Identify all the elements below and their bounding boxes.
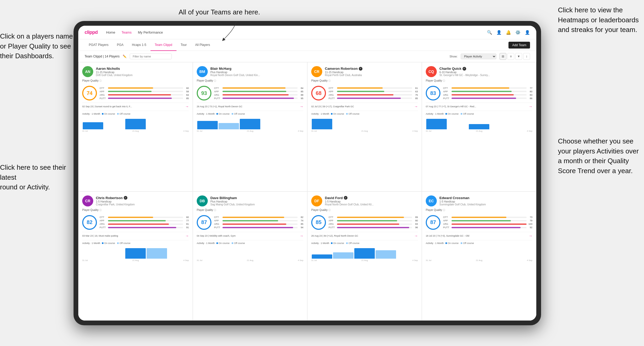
nav-home[interactable]: Home: [106, 29, 115, 35]
bar-row-ott: OTT 89: [329, 216, 418, 219]
search-icon[interactable]: 🔍: [487, 30, 492, 35]
quality-section[interactable]: 87 OTT 82 APP 74 ARG: [197, 215, 303, 230]
round-arrow-icon[interactable]: →: [185, 104, 189, 109]
top-nav: clippd Home Teams My Performance 🔍 👤 🔔 ⚙…: [78, 26, 536, 39]
activity-section: Activity · 1 Month On course Off course: [311, 111, 418, 132]
recent-round[interactable]: 26 Aug 23 | 73 (+1), Royal North Devon G…: [197, 103, 303, 109]
round-arrow-icon[interactable]: →: [300, 234, 303, 238]
player-name[interactable]: Aaron Nicholls: [96, 67, 189, 71]
sub-nav: PGAT Players PGA Hcaps 1-5 Team Clippd T…: [78, 39, 536, 51]
avatar-icon[interactable]: 👤: [525, 30, 530, 35]
player-name[interactable]: Dave Billingham: [210, 196, 303, 200]
nav-my-performance[interactable]: My Performance: [138, 29, 163, 35]
quality-section[interactable]: 82 OTT 60 APP 77 ARG: [82, 215, 189, 230]
chart-bar: [469, 124, 489, 129]
recent-round[interactable]: 26 Aug 23 | 84 (+12), Royal North Devon …: [311, 232, 418, 238]
recent-round[interactable]: 03 Mar 23 | 19, Must make putting →: [82, 232, 189, 238]
round-arrow-icon[interactable]: →: [300, 104, 303, 109]
player-name[interactable]: Edward Crossman: [439, 196, 532, 200]
quality-circle[interactable]: 93: [197, 86, 211, 100]
user-icon[interactable]: 👤: [496, 30, 502, 35]
player-name[interactable]: Charlie Quick ✓: [439, 67, 532, 71]
quality-label: Player Quality ⓘ: [426, 209, 532, 212]
player-name[interactable]: Cameron Robertson ✓: [325, 67, 418, 71]
recent-round[interactable]: 07 Aug 23 | 77 (+7), St George's Hill GC…: [426, 103, 532, 109]
round-arrow-icon[interactable]: →: [414, 104, 418, 109]
quality-circle[interactable]: 87: [426, 215, 440, 230]
show-select[interactable]: Player Activity Quality Score Trend: [461, 54, 496, 59]
add-team-button[interactable]: Add Team: [508, 42, 530, 49]
annotation-teams: All of your Teams are here.: [179, 7, 260, 17]
activity-title: Activity · 1 Month: [426, 113, 444, 115]
player-name[interactable]: Chris Robertson ✓: [96, 196, 189, 200]
quality-circle[interactable]: 87: [197, 215, 211, 230]
player-club: Royal North Devon Golf Club, United Kin.…: [210, 74, 303, 77]
quality-section[interactable]: 68 OTT 61 APP 63 ARG: [311, 86, 418, 100]
settings-icon[interactable]: ⚙️: [515, 30, 521, 35]
quality-circle[interactable]: 85: [311, 215, 326, 230]
chart-bar: [240, 119, 260, 129]
quality-section[interactable]: 93 OTT 84 APP 85 ARG: [197, 86, 303, 100]
bar-row-putt: PUTT 92: [443, 226, 532, 229]
nav-teams[interactable]: Teams: [122, 29, 132, 35]
verified-badge: ✓: [124, 196, 127, 200]
tab-all-players[interactable]: All Players: [191, 39, 214, 51]
quality-bars: OTT 84 APP 85 ARG 88 PU: [214, 87, 303, 100]
verified-badge: ✓: [463, 67, 466, 71]
quality-circle[interactable]: 74: [82, 86, 97, 100]
activity-header: Activity · 1 Month On course Off course: [426, 113, 532, 115]
legend-on-course: On course: [102, 113, 115, 115]
legend-off-course: Off course: [232, 242, 245, 244]
legend-on-course: On course: [216, 242, 230, 244]
round-arrow-icon[interactable]: →: [529, 104, 532, 109]
annotation-heatmaps: Click here to view theHeatmaps or leader…: [558, 5, 639, 35]
verified-badge: ✓: [344, 196, 347, 200]
activity-legend: On course Off course: [216, 113, 245, 115]
quality-section[interactable]: 85 OTT 89 APP 80 ARG: [311, 215, 418, 230]
activity-legend: On course Off course: [445, 242, 474, 244]
player-info: Chris Robertson ✓ 1-5 Handicap Craigmill…: [96, 196, 189, 206]
activity-chart: [311, 116, 418, 129]
edit-icon[interactable]: ✏️: [123, 55, 127, 58]
tab-hcaps[interactable]: Hcaps 1-5: [128, 39, 150, 51]
quality-circle[interactable]: 68: [311, 86, 326, 100]
sort-icon[interactable]: ↕: [523, 53, 530, 60]
activity-title: Activity · 1 Month: [197, 242, 215, 244]
recent-round[interactable]: 04 Sep 23 | Mobility with coach, Gym →: [197, 232, 303, 238]
player-name[interactable]: David Ford ✓: [325, 196, 418, 200]
bar-row-arg: ARG 83: [329, 223, 418, 225]
recent-round[interactable]: 02 Jul 23 | 59 (+17), Craigmillar Park G…: [311, 103, 418, 109]
tab-pgat-players[interactable]: PGAT Players: [85, 39, 113, 51]
quality-bars: OTT 82 APP 74 ARG 85 PU: [214, 216, 303, 229]
grid-view-icon[interactable]: ⊞: [500, 53, 506, 60]
round-arrow-icon[interactable]: →: [529, 234, 532, 238]
chart-bar: [312, 119, 332, 129]
filter-input[interactable]: [130, 54, 172, 59]
chart-bar: [376, 250, 396, 259]
quality-circle[interactable]: 83: [426, 86, 440, 100]
recent-round[interactable]: 02 Sep 23 | Sunset round to get back int…: [82, 103, 189, 109]
chart-labels: 31 Jul 21 Aug 4 Sep: [426, 130, 532, 132]
nav-links: Home Teams My Performance: [106, 29, 479, 35]
tablet-screen: clippd Home Teams My Performance 🔍 👤 🔔 ⚙…: [78, 26, 536, 321]
quality-section[interactable]: 83 OTT 77 APP 80 ARG: [426, 86, 532, 100]
player-header: CQ Charlie Quick ✓ 6-10 Handicap St. Geo…: [426, 66, 532, 77]
quality-label: Player Quality ⓘ: [82, 79, 189, 83]
player-header: DF David Ford ✓ 1-5 Handicap Royal North…: [311, 195, 418, 206]
tab-team-clippd[interactable]: Team Clippd: [150, 39, 176, 51]
recent-round[interactable]: 18 Jul 23 | 74 (+3), Sunningdale GC - Ol…: [426, 232, 532, 238]
round-arrow-icon[interactable]: →: [185, 234, 189, 238]
round-arrow-icon[interactable]: →: [414, 234, 418, 238]
quality-circle[interactable]: 82: [82, 215, 97, 230]
bar-row-putt: PUTT 96: [329, 226, 418, 229]
legend-off-course: Off course: [461, 113, 474, 115]
players-grid: AN Aaron Nicholls 11-15 Handicap Drift G…: [78, 62, 536, 321]
filter-icon[interactable]: ▼: [515, 53, 522, 60]
tab-pga[interactable]: PGA: [113, 39, 128, 51]
quality-section[interactable]: 74 OTT 60 APP 58 ARG: [82, 86, 189, 100]
bell-icon[interactable]: 🔔: [506, 30, 511, 35]
player-name[interactable]: Blair McHarg: [210, 67, 303, 71]
tab-tour[interactable]: Tour: [176, 39, 191, 51]
quality-section[interactable]: 87 OTT 73 APP 79 ARG: [426, 215, 532, 230]
list-view-icon[interactable]: ≡: [507, 53, 514, 60]
